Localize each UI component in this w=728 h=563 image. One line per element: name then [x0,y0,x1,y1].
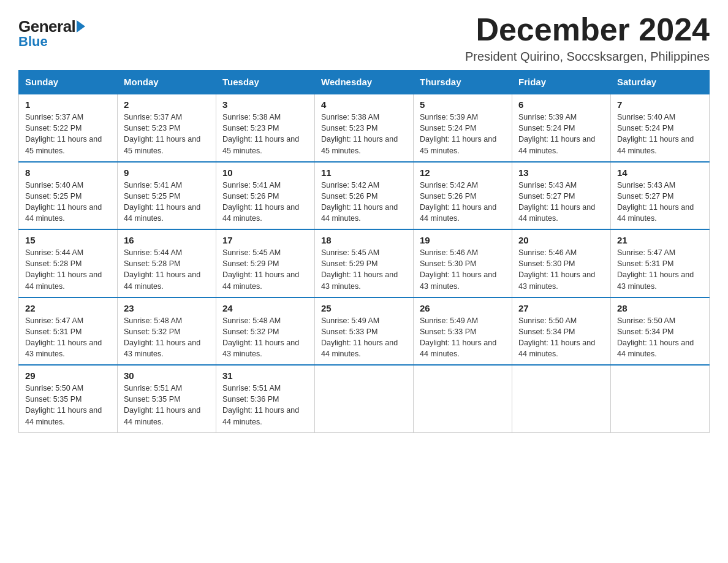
day-info: Sunrise: 5:41 AMSunset: 5:26 PMDaylight:… [222,180,308,224]
day-info: Sunrise: 5:40 AMSunset: 5:25 PMDaylight:… [25,180,111,224]
day-info: Sunrise: 5:49 AMSunset: 5:33 PMDaylight:… [420,315,506,360]
day-number: 6 [518,99,604,110]
table-row: 30Sunrise: 5:51 AMSunset: 5:35 PMDayligh… [118,365,216,432]
calendar-week-row: 22Sunrise: 5:47 AMSunset: 5:31 PMDayligh… [19,297,710,366]
table-row [315,365,414,432]
day-info: Sunrise: 5:50 AMSunset: 5:34 PMDaylight:… [617,315,703,360]
day-info: Sunrise: 5:43 AMSunset: 5:27 PMDaylight:… [518,180,604,224]
day-number: 19 [420,235,506,245]
day-info: Sunrise: 5:38 AMSunset: 5:23 PMDaylight:… [321,112,407,156]
table-row: 10Sunrise: 5:41 AMSunset: 5:26 PMDayligh… [216,162,315,230]
calendar-table: Sunday Monday Tuesday Wednesday Thursday… [18,70,710,433]
col-tuesday: Tuesday [216,71,315,94]
day-number: 16 [124,235,210,245]
day-info: Sunrise: 5:37 AMSunset: 5:23 PMDaylight:… [124,112,210,156]
day-number: 14 [617,167,703,178]
day-number: 9 [124,167,210,178]
title-area: December 2024 President Quirino, Soccsks… [465,12,710,64]
table-row: 26Sunrise: 5:49 AMSunset: 5:33 PMDayligh… [414,297,512,366]
day-number: 12 [420,167,506,178]
table-row: 4Sunrise: 5:38 AMSunset: 5:23 PMDaylight… [315,94,414,162]
table-row: 20Sunrise: 5:46 AMSunset: 5:30 PMDayligh… [512,229,611,297]
day-number: 25 [321,303,407,313]
table-row: 22Sunrise: 5:47 AMSunset: 5:31 PMDayligh… [19,297,118,366]
table-row: 16Sunrise: 5:44 AMSunset: 5:28 PMDayligh… [118,229,216,297]
day-number: 5 [420,99,506,110]
day-info: Sunrise: 5:42 AMSunset: 5:26 PMDaylight:… [420,180,506,224]
col-wednesday: Wednesday [315,71,414,94]
day-info: Sunrise: 5:51 AMSunset: 5:35 PMDaylight:… [124,383,210,427]
day-info: Sunrise: 5:51 AMSunset: 5:36 PMDaylight:… [222,383,308,427]
day-number: 2 [124,99,210,110]
day-info: Sunrise: 5:38 AMSunset: 5:23 PMDaylight:… [222,112,308,156]
day-info: Sunrise: 5:48 AMSunset: 5:32 PMDaylight:… [124,315,210,360]
table-row: 21Sunrise: 5:47 AMSunset: 5:31 PMDayligh… [611,229,710,297]
day-info: Sunrise: 5:37 AMSunset: 5:22 PMDaylight:… [25,112,111,156]
day-info: Sunrise: 5:43 AMSunset: 5:27 PMDaylight:… [617,180,703,224]
day-info: Sunrise: 5:46 AMSunset: 5:30 PMDaylight:… [518,247,604,292]
day-info: Sunrise: 5:45 AMSunset: 5:29 PMDaylight:… [222,247,308,292]
logo-blue: Blue [18,34,48,50]
table-row: 3Sunrise: 5:38 AMSunset: 5:23 PMDaylight… [216,94,315,162]
table-row [512,365,611,432]
table-row: 27Sunrise: 5:50 AMSunset: 5:34 PMDayligh… [512,297,611,366]
day-number: 22 [25,303,111,313]
day-number: 10 [222,167,308,178]
day-info: Sunrise: 5:45 AMSunset: 5:29 PMDaylight:… [321,247,407,292]
day-info: Sunrise: 5:48 AMSunset: 5:32 PMDaylight:… [222,315,308,360]
day-number: 21 [617,235,703,245]
day-number: 7 [617,99,703,110]
day-info: Sunrise: 5:46 AMSunset: 5:30 PMDaylight:… [420,247,506,292]
day-number: 15 [25,235,111,245]
day-number: 8 [25,167,111,178]
table-row [414,365,512,432]
day-info: Sunrise: 5:50 AMSunset: 5:35 PMDaylight:… [25,383,111,427]
table-row: 11Sunrise: 5:42 AMSunset: 5:26 PMDayligh… [315,162,414,230]
logo-arrow-icon [77,20,85,33]
page-header: General Blue December 2024 President Qui… [18,12,710,64]
table-row: 9Sunrise: 5:41 AMSunset: 5:25 PMDaylight… [118,162,216,230]
table-row: 6Sunrise: 5:39 AMSunset: 5:24 PMDaylight… [512,94,611,162]
day-info: Sunrise: 5:39 AMSunset: 5:24 PMDaylight:… [420,112,506,156]
table-row [611,365,710,432]
col-sunday: Sunday [19,71,118,94]
calendar-week-row: 1Sunrise: 5:37 AMSunset: 5:22 PMDaylight… [19,94,710,162]
table-row: 19Sunrise: 5:46 AMSunset: 5:30 PMDayligh… [414,229,512,297]
col-thursday: Thursday [414,71,512,94]
day-number: 28 [617,303,703,313]
calendar-week-row: 29Sunrise: 5:50 AMSunset: 5:35 PMDayligh… [19,365,710,432]
col-monday: Monday [118,71,216,94]
col-friday: Friday [512,71,611,94]
day-number: 1 [25,99,111,110]
day-number: 4 [321,99,407,110]
table-row: 5Sunrise: 5:39 AMSunset: 5:24 PMDaylight… [414,94,512,162]
location-subtitle: President Quirino, Soccsksargen, Philipp… [465,50,710,64]
table-row: 28Sunrise: 5:50 AMSunset: 5:34 PMDayligh… [611,297,710,366]
day-number: 3 [222,99,308,110]
table-row: 1Sunrise: 5:37 AMSunset: 5:22 PMDaylight… [19,94,118,162]
table-row: 15Sunrise: 5:44 AMSunset: 5:28 PMDayligh… [19,229,118,297]
day-info: Sunrise: 5:47 AMSunset: 5:31 PMDaylight:… [25,315,111,360]
day-info: Sunrise: 5:49 AMSunset: 5:33 PMDaylight:… [321,315,407,360]
table-row: 17Sunrise: 5:45 AMSunset: 5:29 PMDayligh… [216,229,315,297]
col-saturday: Saturday [611,71,710,94]
table-row: 29Sunrise: 5:50 AMSunset: 5:35 PMDayligh… [19,365,118,432]
day-info: Sunrise: 5:41 AMSunset: 5:25 PMDaylight:… [124,180,210,224]
day-number: 31 [222,370,308,381]
table-row: 18Sunrise: 5:45 AMSunset: 5:29 PMDayligh… [315,229,414,297]
day-info: Sunrise: 5:44 AMSunset: 5:28 PMDaylight:… [25,247,111,292]
day-info: Sunrise: 5:44 AMSunset: 5:28 PMDaylight:… [124,247,210,292]
day-info: Sunrise: 5:39 AMSunset: 5:24 PMDaylight:… [518,112,604,156]
day-info: Sunrise: 5:47 AMSunset: 5:31 PMDaylight:… [617,247,703,292]
day-number: 23 [124,303,210,313]
table-row: 23Sunrise: 5:48 AMSunset: 5:32 PMDayligh… [118,297,216,366]
day-number: 30 [124,370,210,381]
table-row: 12Sunrise: 5:42 AMSunset: 5:26 PMDayligh… [414,162,512,230]
table-row: 25Sunrise: 5:49 AMSunset: 5:33 PMDayligh… [315,297,414,366]
day-number: 18 [321,235,407,245]
calendar-week-row: 15Sunrise: 5:44 AMSunset: 5:28 PMDayligh… [19,229,710,297]
calendar-week-row: 8Sunrise: 5:40 AMSunset: 5:25 PMDaylight… [19,162,710,230]
day-info: Sunrise: 5:42 AMSunset: 5:26 PMDaylight:… [321,180,407,224]
table-row: 14Sunrise: 5:43 AMSunset: 5:27 PMDayligh… [611,162,710,230]
day-number: 11 [321,167,407,178]
